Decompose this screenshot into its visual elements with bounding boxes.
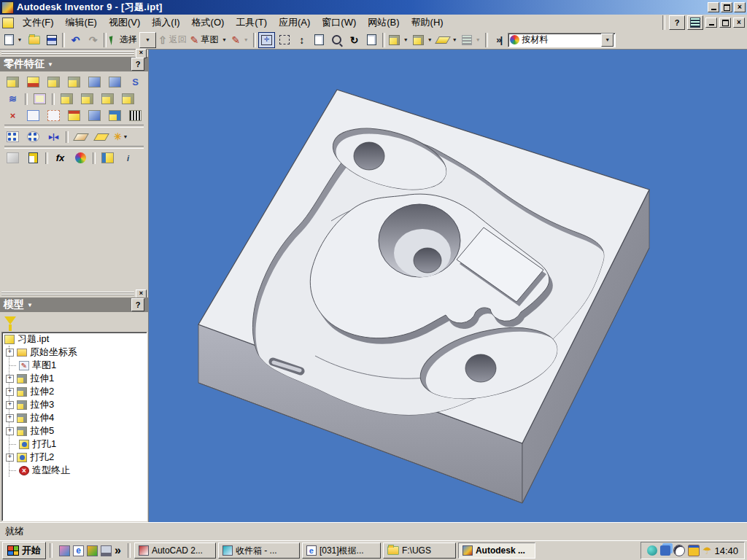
thread-button[interactable] — [30, 91, 50, 106]
expander-icon[interactable]: + — [6, 375, 14, 383]
child-close-button[interactable]: × — [733, 18, 745, 28]
internet-explorer-icon[interactable]: e — [73, 545, 84, 556]
mirror-button[interactable]: ▸|◂ — [44, 129, 63, 144]
model-tree[interactable]: 习题.ipt + 原始坐标系 ✎ 草图1 + 拉伸1 — [1, 332, 147, 521]
model-help-icon[interactable]: ? — [131, 298, 144, 311]
shell-button[interactable] — [64, 74, 84, 90]
menu-help[interactable]: 帮助(H) — [406, 15, 449, 31]
tree-item-extrusion1[interactable]: + 拉伸1 — [9, 372, 147, 385]
close-button[interactable]: × — [734, 2, 746, 12]
insert-ifeature-button[interactable] — [98, 150, 117, 166]
emboss-button[interactable] — [125, 108, 145, 123]
features-pane-grip[interactable]: × — [0, 50, 148, 57]
delete-face-button[interactable]: × — [3, 108, 23, 123]
features-pane-close-icon[interactable]: × — [136, 49, 147, 58]
expander-icon[interactable]: + — [6, 388, 14, 396]
model-panel-header[interactable]: 模型 ▼ ? — [0, 298, 148, 312]
chamfer-button[interactable] — [77, 91, 97, 106]
thicken-button[interactable] — [118, 91, 138, 106]
dual-monitor-icon[interactable] — [660, 545, 670, 556]
promote-button[interactable] — [3, 150, 23, 166]
autodesk-online-icon[interactable] — [687, 15, 703, 30]
loft-button[interactable] — [105, 74, 125, 90]
redo-button[interactable]: ↷ — [85, 32, 101, 48]
look-at-button[interactable] — [363, 32, 380, 48]
antivirus-umbrella-icon[interactable]: ☂ — [703, 545, 712, 556]
new-file-button[interactable]: ▼ — [3, 32, 25, 48]
model-panel-dropdown-icon[interactable]: ▼ — [27, 302, 33, 308]
expander-icon[interactable]: + — [6, 401, 14, 409]
input-method-icon[interactable] — [673, 545, 685, 556]
zoom-all-button[interactable]: ✛ — [258, 32, 275, 48]
derive-button[interactable] — [23, 150, 43, 166]
task-webpage[interactable]: e [031]根据... — [302, 542, 381, 559]
move-face-button[interactable] — [85, 108, 104, 123]
expander-icon[interactable]: + — [6, 349, 14, 357]
task-autocad[interactable]: AutoCAD 2... — [134, 542, 216, 559]
child-restore-button[interactable] — [719, 18, 731, 28]
features-panel-dropdown-icon[interactable]: ▼ — [47, 61, 53, 68]
restore-button[interactable] — [721, 2, 732, 12]
tree-item-sketch1[interactable]: ✎ 草图1 — [9, 359, 147, 372]
expander-icon[interactable]: + — [6, 427, 14, 435]
work-plane-button[interactable] — [71, 129, 90, 144]
decal-button[interactable] — [105, 108, 125, 123]
undo-button[interactable]: ↶ — [67, 32, 84, 48]
tree-item-extrusion4[interactable]: + 拉伸4 — [9, 411, 147, 424]
view-catalog-button[interactable]: i — [118, 150, 138, 166]
expander-icon[interactable]: + — [6, 454, 14, 462]
work-point-button[interactable]: ✳▼ — [112, 129, 131, 144]
tree-item-extrusion5[interactable]: + 拉伸5 — [9, 424, 147, 438]
task-inventor[interactable]: Autodesk ... — [458, 542, 535, 559]
menu-web[interactable]: 网站(B) — [362, 15, 405, 31]
component-opacity-button[interactable]: ▼ — [460, 32, 483, 48]
revolve-button[interactable] — [23, 74, 43, 90]
menu-view[interactable]: 视图(V) — [103, 15, 146, 31]
parameters-button[interactable]: fx — [50, 150, 70, 166]
extrude-button[interactable] — [3, 74, 23, 90]
tree-item-hole2[interactable]: + 打孔2 — [9, 451, 147, 464]
appearance-button[interactable] — [71, 150, 90, 166]
menu-file[interactable]: 文件(F) — [17, 15, 60, 31]
graphics-viewport[interactable] — [149, 50, 747, 522]
document-window-icon[interactable] — [2, 18, 14, 28]
material-color-combo[interactable]: 按材料 ▼ — [508, 33, 616, 47]
task-inbox[interactable]: 收件箱 - ... — [218, 542, 300, 559]
tree-item-hole1[interactable]: 打孔1 — [9, 438, 147, 451]
zoom-button[interactable]: ↕ — [293, 32, 310, 48]
features-help-icon[interactable]: ? — [131, 58, 144, 71]
media-player-icon[interactable] — [87, 545, 98, 556]
network-globe-icon[interactable] — [647, 545, 657, 556]
hidden-edge-display-button[interactable]: ▼ — [411, 32, 435, 48]
menu-tools[interactable]: 工具(T) — [230, 15, 273, 31]
split-button[interactable] — [44, 108, 63, 123]
expander-icon[interactable]: + — [6, 414, 14, 422]
circular-pattern-button[interactable] — [23, 129, 43, 144]
hole-button[interactable] — [44, 74, 63, 90]
work-axis-button[interactable] — [91, 129, 111, 144]
filter-icon[interactable] — [4, 316, 16, 324]
menu-applications[interactable]: 应用(A) — [273, 15, 316, 31]
shaded-display-button[interactable]: ▼ — [387, 32, 411, 48]
menu-window[interactable]: 窗口(W) — [316, 15, 362, 31]
start-button[interactable]: 开始 — [2, 542, 46, 559]
rotate-button[interactable]: ↻ — [346, 32, 363, 48]
face-draft-button[interactable] — [98, 91, 117, 106]
coil-button[interactable]: ≋ — [3, 91, 23, 106]
tree-item-extrusion3[interactable]: + 拉伸3 — [9, 398, 147, 411]
replace-face-button[interactable] — [23, 108, 43, 123]
menu-edit[interactable]: 编辑(E) — [60, 15, 103, 31]
menu-insert[interactable]: 插入(I) — [146, 15, 185, 31]
sketch-button[interactable]: ✎草图▼ — [189, 32, 230, 48]
zoom-window-button[interactable] — [276, 32, 293, 48]
ground-shadow-button[interactable]: ▼ — [436, 32, 460, 48]
minimize-button[interactable] — [708, 2, 719, 12]
save-button[interactable] — [43, 32, 60, 48]
tree-item-end-of-part[interactable]: × 造型终止 — [9, 464, 147, 477]
tree-item-origin[interactable]: + 原始坐标系 — [9, 346, 147, 359]
task-folder[interactable]: F:\UGS — [383, 542, 456, 559]
rectangular-pattern-button[interactable] — [3, 129, 23, 144]
quick-launch-app-icon[interactable] — [59, 545, 70, 556]
material-color-dropdown[interactable]: ▼ — [601, 34, 614, 47]
fillet-button[interactable] — [57, 91, 77, 106]
